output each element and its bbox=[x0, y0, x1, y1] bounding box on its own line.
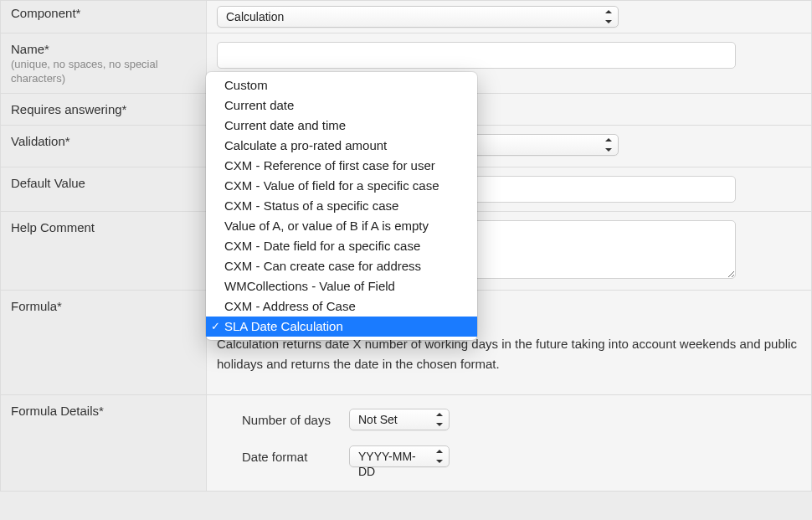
requires-answering-label: Requires answering* bbox=[11, 102, 126, 116]
formula-option[interactable]: SLA Date Calculation bbox=[206, 317, 477, 337]
formula-option[interactable]: CXM - Date field for a specific case bbox=[206, 236, 477, 256]
help-comment-label: Help Comment bbox=[11, 220, 95, 234]
formula-option[interactable]: Calculate a pro-rated amount bbox=[206, 136, 477, 156]
component-select[interactable]: Calculation bbox=[217, 6, 619, 28]
component-label: Component* bbox=[11, 6, 80, 20]
formula-option[interactable]: CXM - Reference of first case for user bbox=[206, 156, 477, 176]
formula-option[interactable]: Current date and time bbox=[206, 116, 477, 136]
name-hint: (unique, no spaces, no special character… bbox=[11, 58, 158, 85]
number-of-days-select-value: Not Set bbox=[349, 409, 450, 430]
formula-dropdown-popover[interactable]: CustomCurrent dateCurrent date and timeC… bbox=[206, 72, 477, 340]
number-of-days-label: Number of days bbox=[242, 413, 334, 427]
name-field[interactable] bbox=[217, 42, 736, 69]
formula-option[interactable]: CXM - Value of field for a specific case bbox=[206, 176, 477, 196]
formula-option[interactable]: Current date bbox=[206, 95, 477, 116]
formula-details-label: Formula Details* bbox=[11, 404, 104, 418]
name-label: Name* bbox=[11, 42, 49, 56]
formula-label: Formula* bbox=[11, 299, 62, 313]
formula-option[interactable]: CXM - Status of a specific case bbox=[206, 196, 477, 216]
number-of-days-select[interactable]: Not Set bbox=[349, 409, 450, 430]
component-select-value: Calculation bbox=[217, 6, 619, 28]
formula-option[interactable]: CXM - Can create case for address bbox=[206, 256, 477, 276]
date-format-select-value: YYYY-MM-DD bbox=[349, 445, 450, 467]
date-format-label: Date format bbox=[242, 450, 334, 464]
formula-option[interactable]: Value of A, or value of B if A is empty bbox=[206, 216, 477, 236]
default-value-label: Default Value bbox=[11, 176, 85, 190]
formula-option[interactable]: Custom bbox=[206, 75, 477, 95]
validation-label: Validation* bbox=[11, 134, 70, 148]
formula-description: Calculation returns date X number of wor… bbox=[217, 334, 801, 374]
date-format-select[interactable]: YYYY-MM-DD bbox=[349, 445, 450, 467]
formula-option[interactable]: WMCollections - Value of Field bbox=[206, 276, 477, 296]
formula-option[interactable]: CXM - Address of Case bbox=[206, 296, 477, 317]
